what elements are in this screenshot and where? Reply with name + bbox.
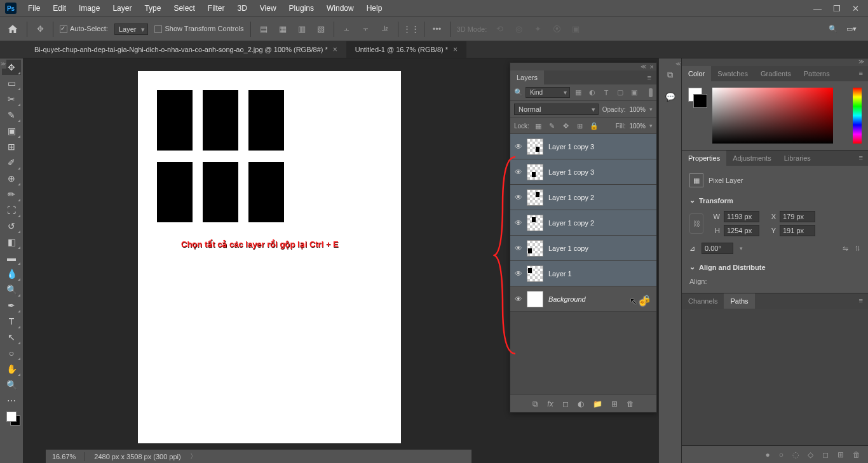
menu-image[interactable]: Image [72,4,106,13]
filter-toggle[interactable] [649,88,653,97]
menu-window[interactable]: Window [320,4,360,13]
chevron-down-icon[interactable]: ▾ [649,106,653,112]
align-bottom-icon[interactable]: ⫡ [379,23,391,36]
menu-edit[interactable]: Edit [46,4,72,13]
blend-mode-select[interactable]: Normal [514,104,599,115]
collapse-icon[interactable]: ≪ [641,64,646,70]
new-layer-icon[interactable]: ⊞ [611,399,618,408]
window-close[interactable]: ✕ [852,4,859,13]
width-input[interactable] [724,211,759,222]
filter-type-icon[interactable]: T [600,88,612,98]
more-options-icon[interactable]: ••• [431,23,444,36]
canvas-area[interactable]: Chọn tất cả các layer rồi gộp lại Ctrl +… [23,58,681,463]
height-input[interactable] [724,225,759,236]
panel-menu-icon[interactable]: ≡ [854,293,868,309]
menu-file[interactable]: File [22,4,46,13]
filter-kind-select[interactable]: Kind [526,87,570,98]
align-right-icon[interactable]: ▥ [295,23,308,36]
distribute-icon[interactable]: ⋮⋮ [405,23,417,36]
layer-row-background[interactable]: 👁Background🔒 [510,286,656,312]
align-top-icon[interactable]: ⫠ [341,23,353,36]
flip-v-icon[interactable]: ⥮ [855,245,860,253]
doc-tab-2[interactable]: Untitled-1 @ 16.7% (RGB/8) *× [346,41,466,58]
comments-panel-icon[interactable]: 💬 [664,90,677,103]
layers-tab[interactable]: Layers [510,70,544,84]
edit-toolbar[interactable]: ⋯ [2,393,21,408]
new-path-icon[interactable]: ⊞ [837,450,844,459]
frame-tool[interactable]: ⊞ [2,139,21,154]
panel-menu-icon[interactable]: ≡ [854,151,868,166]
visibility-eye-icon[interactable]: 👁 [510,193,527,202]
link-layers-icon[interactable]: ⧉ [532,399,538,408]
swatches-tab[interactable]: Swatches [711,66,754,81]
shape-tool[interactable]: ○ [2,346,21,361]
history-panel-icon[interactable]: ⧉ [664,69,677,81]
visibility-eye-icon[interactable]: 👁 [510,168,527,177]
libraries-tab[interactable]: Libraries [778,151,817,166]
close-icon[interactable]: × [650,63,654,70]
visibility-eye-icon[interactable]: 👁 [510,244,527,253]
gradient-tool[interactable]: ▬ [2,250,21,265]
marquee-tool[interactable]: ▭ [2,76,21,91]
menu-select[interactable]: Select [167,4,201,13]
chevron-down-icon[interactable]: ⌄ [689,263,695,271]
window-restore[interactable]: ❐ [833,4,841,13]
panel-menu-icon[interactable]: ≡ [642,70,656,84]
eraser-tool[interactable]: ◧ [2,234,21,250]
chevron-down-icon[interactable]: ▾ [649,123,653,129]
panel-grip[interactable]: ≪× [510,63,656,70]
lasso-tool[interactable]: ✂ [2,91,21,107]
visibility-eye-icon[interactable]: 👁 [510,295,527,304]
layer-mask-icon[interactable]: ◻ [562,399,569,408]
adjustment-layer-icon[interactable]: ◐ [578,399,584,408]
window-minimize[interactable]: — [813,4,822,13]
lock-image-icon[interactable]: ✎ [547,121,557,131]
zoom-level[interactable]: 16.67% [52,453,76,460]
expand-left-icon[interactable]: ≫ [0,58,6,69]
menu-help[interactable]: Help [360,4,389,13]
color-picker[interactable] [712,88,833,144]
menu-filter[interactable]: Filter [201,4,231,13]
auto-select-checkbox[interactable]: Auto-Select: [60,25,108,33]
group-icon[interactable]: 📁 [593,399,602,408]
color-swatches[interactable] [6,409,17,431]
close-icon[interactable]: × [333,45,337,54]
menu-type[interactable]: Type [138,4,167,13]
layer-fx-icon[interactable]: fx [547,399,553,408]
fill-path-icon[interactable]: ● [766,450,770,459]
home-button[interactable] [5,22,20,37]
eyedropper-tool[interactable]: ✐ [2,155,21,170]
delete-path-icon[interactable]: 🗑 [853,450,860,459]
make-path-icon[interactable]: ◇ [808,450,813,459]
doc-tab-1[interactable]: Bi-quyet-chup-anh-dep-tai-gia-Nghi-dich-… [25,41,346,58]
layer-row[interactable]: 👁Layer 1 [510,261,656,286]
chevron-right-icon[interactable]: 〉 [190,452,197,461]
close-icon[interactable]: × [453,45,458,54]
flip-h-icon[interactable]: ⇋ [843,245,848,253]
quick-select-tool[interactable]: ✎ [2,107,21,123]
lock-nest-icon[interactable]: ⊞ [575,121,585,131]
zoom-tool[interactable]: 🔍 [2,377,21,393]
show-transform-checkbox[interactable]: Show Transform Controls [154,25,243,33]
type-tool[interactable]: T [2,314,21,329]
layer-row[interactable]: 👁Layer 1 copy 2 [510,185,656,210]
history-brush-tool[interactable]: ↺ [2,218,21,234]
x-input[interactable] [780,211,815,222]
visibility-eye-icon[interactable]: 👁 [510,142,527,151]
lock-transparent-icon[interactable]: ▦ [533,121,543,131]
foreground-swatch[interactable] [6,412,17,422]
link-wh-icon[interactable]: ⛓ [689,213,703,234]
filter-smart-icon[interactable]: ▣ [628,88,640,98]
crop-tool[interactable]: ▣ [2,123,21,138]
visibility-eye-icon[interactable]: 👁 [510,269,527,278]
filter-adjust-icon[interactable]: ◐ [587,88,598,98]
expand-right-icon[interactable]: ≪ [675,58,681,69]
fill-value[interactable]: 100% [629,123,646,130]
search-icon[interactable]: 🔍 [829,25,837,33]
layer-row[interactable]: 👁Layer 1 copy [510,236,656,261]
angle-input[interactable] [702,243,733,254]
align-center-h-icon[interactable]: ▦ [276,23,289,36]
healing-tool[interactable]: ⊕ [2,171,21,186]
patterns-tab[interactable]: Patterns [797,66,836,81]
path-to-select-icon[interactable]: ◌ [792,450,799,459]
